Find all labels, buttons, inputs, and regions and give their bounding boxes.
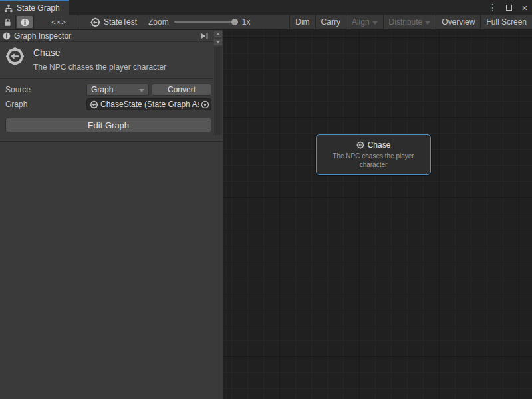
code-preview-button[interactable]: <×> [40,15,78,29]
toolbar-button-full-screen[interactable]: Full Screen [481,15,532,29]
node-title: Chase [368,140,391,150]
state-graph-window: State Graph ⋮ × <×> State [0,0,532,399]
state-reference-label: StateTest [104,17,137,27]
graph-row: Graph ChaseState (State Graph Ass [5,98,213,110]
graph-inspector-header: Graph Inspector [0,30,213,42]
inspector-empty-area [0,142,223,399]
lock-icon[interactable] [0,15,15,29]
info-toggle-button[interactable] [17,16,33,28]
chase-state-node[interactable]: Chase The NPC chases the player characte… [316,134,431,175]
source-row: Source Graph Convert [5,84,213,96]
source-label: Source [5,85,86,94]
graph-toolbar: <×> StateTest Zoom 1x Dim Carry Align [0,15,532,30]
source-dropdown-value: Graph [91,85,139,94]
zoom-slider[interactable] [174,21,235,23]
zoom-slider-handle[interactable] [231,19,238,25]
graph-canvas[interactable]: Chase The NPC chases the player characte… [223,30,532,399]
zoom-control: Zoom 1x [148,15,250,29]
graph-object-field[interactable]: ChaseState (State Graph Ass [86,98,211,110]
state-icon [356,141,364,149]
state-reference-breadcrumb[interactable]: StateTest [90,15,137,29]
inspector-scrollbar [213,30,223,136]
state-icon [5,47,25,66]
toolbar-right-group: Dim Carry Align Distribute Overview F [289,15,532,29]
toolbar-button-carry[interactable]: Carry [316,15,346,29]
tab-title: State Graph [17,3,60,13]
graph-inspector-title: Graph Inspector [14,31,195,41]
graph-label: Graph [5,100,86,109]
graph-object-value: ChaseState (State Graph Ass [100,100,199,109]
scrollbar-track[interactable] [214,47,222,135]
state-description: The NPC chases the player character [33,63,166,72]
tab-state-graph[interactable]: State Graph [0,0,69,15]
zoom-value: 1x [242,17,251,27]
tab-bar: State Graph ⋮ × [0,0,532,15]
state-title: Chase [33,47,166,58]
info-icon [21,18,29,27]
state-summary: Chase The NPC chases the player characte… [0,42,213,79]
toolbar-button-overview[interactable]: Overview [436,15,480,29]
window-maximize-icon[interactable] [504,2,513,13]
node-description: The NPC chases the player character [317,152,430,169]
scroll-up-icon[interactable] [214,31,222,37]
toolbar-button-align[interactable]: Align [346,15,383,29]
dock-panel-icon[interactable] [198,31,210,41]
edit-graph-button[interactable]: Edit Graph [5,118,211,132]
convert-button[interactable]: Convert [152,84,211,96]
object-picker-icon[interactable] [201,100,209,109]
window-controls: ⋮ × [488,0,529,15]
toolbar-button-dim[interactable]: Dim [290,15,315,29]
info-icon [3,32,11,40]
inspector-fields: Source Graph Convert Graph Ch [0,79,213,113]
window-close-icon[interactable]: × [520,2,529,13]
chevron-down-icon [139,89,144,92]
state-icon [90,17,100,27]
zoom-label: Zoom [148,17,169,27]
graph-hierarchy-icon [4,4,13,13]
graph-inspector-panel: Graph Inspector Chase The NPC chases th [0,30,223,399]
window-menu-icon[interactable]: ⋮ [488,2,497,13]
state-icon [90,100,98,109]
scroll-down-icon[interactable] [214,39,222,45]
source-dropdown[interactable]: Graph [86,84,149,96]
toolbar-button-distribute[interactable]: Distribute [384,15,436,29]
chevron-down-icon [372,21,378,25]
chevron-down-icon [425,21,430,25]
